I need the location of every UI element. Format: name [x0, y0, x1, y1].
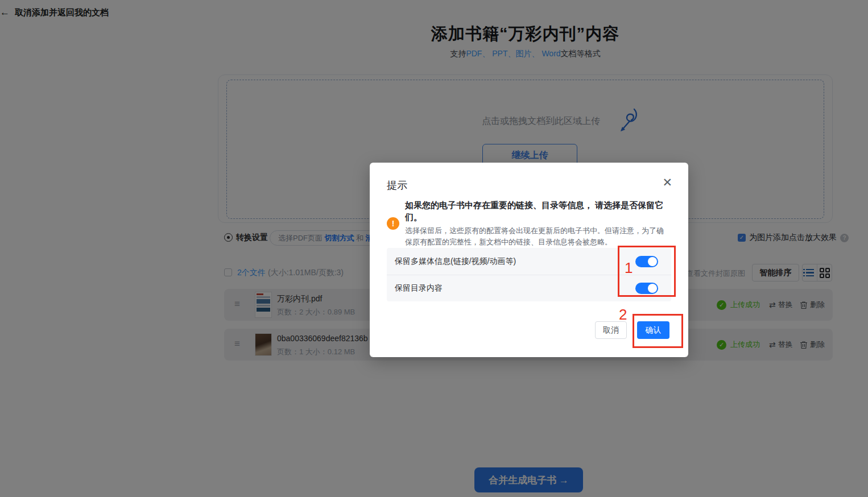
warning-icon: !: [387, 217, 399, 230]
cancel-button[interactable]: 取消: [595, 321, 627, 339]
page: ← 取消添加并返回我的文档 添加书籍“万彩内刊”内容 支持PDF、 PPT、图片…: [0, 0, 868, 497]
dialog-title: 提示: [387, 179, 407, 192]
warning-paragraph: 选择保留后，这些原有的配置将会出现在更新后的电子书中。但请注意，为了确保原有配置…: [405, 225, 670, 248]
annotation-box-confirm: [633, 314, 683, 348]
warning-texts: 如果您的电子书中存在重要的链接、目录等信息， 请选择是否保留它们。 选择保留后，…: [405, 199, 670, 248]
keep-multimedia-label: 保留多媒体信息(链接/视频/动画等): [395, 256, 516, 267]
keep-toc-label: 保留目录内容: [395, 283, 443, 293]
annotation-step-2: 2: [619, 306, 627, 324]
warning-bold-text: 如果您的电子书中存在重要的链接、目录等信息， 请选择是否保留它们。: [405, 199, 670, 223]
annotation-step-1: 1: [625, 259, 633, 277]
close-icon[interactable]: ✕: [662, 176, 672, 188]
warning-block: ! 如果您的电子书中存在重要的链接、目录等信息， 请选择是否保留它们。 选择保留…: [387, 199, 670, 248]
